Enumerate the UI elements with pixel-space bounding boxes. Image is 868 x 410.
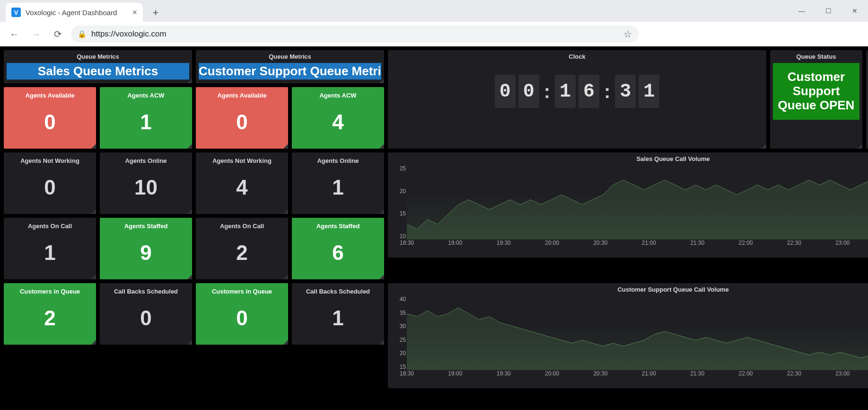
- tab-title: Voxologic - Agent Dashboard: [26, 9, 117, 17]
- chart-panel: Customer Support Queue Call Volume403530…: [388, 283, 868, 388]
- stat-value: 0: [7, 99, 93, 145]
- toolbar: ← → ⟳ 🔒 https://voxologic.com ☆: [0, 22, 868, 46]
- tab-bar: V Voxologic - Agent Dashboard × + — ☐ ✕: [0, 0, 868, 22]
- clock-digit: 0: [518, 75, 539, 108]
- chart-plot: [407, 165, 868, 240]
- favicon-icon: V: [11, 8, 21, 17]
- stat-label: Agents Staffed: [295, 223, 381, 230]
- chart-plot: [407, 296, 868, 370]
- support-queue-header-panel: Queue Metrics Customer Support Queue Met…: [196, 50, 384, 83]
- panel-title: Queue Metrics: [7, 53, 189, 60]
- stat-sales-customers_in_queue: Customers in Queue2: [4, 283, 96, 345]
- stat-sales-agents_on_call: Agents On Call1: [4, 218, 96, 279]
- stat-label: Agents On Call: [7, 223, 93, 230]
- panel-title: Queue Status: [773, 53, 859, 60]
- stat-support-agents_online: Agents Online1: [292, 152, 384, 214]
- clock-panel: Clock 0 0 : 1 6 : 3 1: [388, 50, 766, 149]
- stat-value: 6: [295, 230, 381, 276]
- stat-support-agents_available: Agents Available0: [196, 87, 288, 149]
- y-axis: 25201510: [393, 165, 406, 240]
- stat-sales-call_backs: Call Backs Scheduled0: [100, 283, 192, 345]
- sales-queue-title: Sales Queue Metrics: [7, 63, 189, 80]
- stat-sales-agents_online: Agents Online10: [100, 152, 192, 214]
- new-tab-button[interactable]: +: [148, 5, 164, 21]
- stat-support-customers_in_queue: Customers in Queue0: [196, 283, 288, 345]
- browser-tab[interactable]: V Voxologic - Agent Dashboard ×: [6, 3, 143, 22]
- chart-title: Customer Support Queue Call Volume: [393, 286, 868, 293]
- clock-digit: 0: [495, 75, 516, 108]
- address-bar[interactable]: 🔒 https://voxologic.com ☆: [71, 26, 639, 43]
- y-axis: 403530252015: [393, 296, 406, 370]
- stat-label: Agents Not Working: [199, 157, 285, 164]
- stat-label: Agents ACW: [295, 92, 381, 99]
- stat-value: 1: [103, 99, 189, 145]
- stat-label: Customers in Queue: [199, 288, 285, 295]
- stat-value: 0: [7, 164, 93, 210]
- sales-queue-header-panel: Queue Metrics Sales Queue Metrics: [4, 50, 192, 83]
- minimize-icon[interactable]: —: [789, 0, 815, 22]
- stat-value: 2: [7, 295, 93, 341]
- stat-label: Agents Available: [199, 92, 285, 99]
- stat-support-agents_acw: Agents ACW4: [292, 87, 384, 149]
- clock-digit: 6: [579, 75, 599, 108]
- maximize-icon[interactable]: ☐: [815, 0, 842, 22]
- stat-value: 4: [199, 164, 285, 210]
- stat-value: 1: [295, 164, 381, 210]
- stat-support-agents_staffed: Agents Staffed6: [292, 218, 384, 279]
- stat-value: 1: [7, 230, 93, 276]
- chart-panel: Sales Queue Call Volume2520151018:3019:0…: [388, 152, 868, 258]
- close-window-icon[interactable]: ✕: [842, 0, 868, 22]
- stat-label: Agents Not Working: [7, 157, 93, 164]
- close-tab-icon[interactable]: ×: [132, 8, 137, 18]
- forward-button[interactable]: →: [27, 26, 44, 43]
- svg-marker-1: [407, 308, 868, 370]
- back-button[interactable]: ←: [6, 26, 23, 43]
- support-status-panel: Queue Status Customer Support Queue OPEN: [770, 50, 862, 149]
- support-queue-title: Customer Support Queue Metrics: [199, 63, 381, 80]
- support-queue-status: Customer Support Queue OPEN: [773, 63, 859, 120]
- stat-support-agents_on_call: Agents On Call2: [196, 218, 288, 279]
- stat-sales-agents_available: Agents Available0: [4, 87, 96, 149]
- x-axis: 18:3019:0019:3020:0020:3021:0021:3022:00…: [407, 370, 868, 379]
- stat-label: Agents Online: [103, 157, 189, 164]
- window-controls: — ☐ ✕: [789, 0, 868, 22]
- reload-button[interactable]: ⟳: [49, 26, 66, 43]
- sales-status-panel: Queue Status Sales Queue CLOSED: [866, 50, 868, 149]
- stat-label: Agents Online: [295, 157, 381, 164]
- clock-digit: 1: [639, 75, 659, 108]
- stat-value: 4: [295, 99, 381, 145]
- stat-sales-agents_staffed: Agents Staffed9: [100, 218, 192, 279]
- clock-colon: :: [604, 81, 610, 102]
- x-axis: 18:3019:0019:3020:0020:3021:0021:3022:00…: [407, 240, 868, 248]
- clock-digit: 1: [555, 75, 576, 108]
- stat-value: 0: [199, 295, 285, 341]
- stat-label: Agents On Call: [199, 223, 285, 230]
- stat-label: Agents Staffed: [103, 223, 189, 230]
- stat-label: Customers in Queue: [7, 288, 93, 295]
- stat-label: Agents Available: [7, 92, 93, 99]
- browser-chrome: V Voxologic - Agent Dashboard × + — ☐ ✕ …: [0, 0, 868, 46]
- clock-digit: 3: [615, 75, 636, 108]
- stat-support-agents_not_working: Agents Not Working4: [196, 152, 288, 214]
- panel-title: Queue Metrics: [199, 53, 381, 60]
- chart-title: Sales Queue Call Volume: [393, 155, 868, 162]
- stat-label: Agents ACW: [103, 92, 189, 99]
- panel-title: Clock: [391, 53, 763, 60]
- stat-value: 0: [199, 99, 285, 145]
- svg-marker-0: [407, 175, 868, 239]
- stat-value: 10: [103, 164, 189, 210]
- clock-colon: :: [544, 81, 550, 102]
- stat-support-call_backs: Call Backs Scheduled1: [292, 283, 384, 345]
- stat-label: Call Backs Scheduled: [295, 288, 381, 295]
- bookmark-icon[interactable]: ☆: [623, 28, 632, 40]
- stat-label: Call Backs Scheduled: [103, 288, 189, 295]
- lock-icon: 🔒: [78, 30, 87, 38]
- url-text: https://voxologic.com: [91, 29, 167, 39]
- stat-value: 2: [199, 230, 285, 276]
- stat-sales-agents_acw: Agents ACW1: [100, 87, 192, 149]
- clock-display: 0 0 : 1 6 : 3 1: [391, 63, 763, 120]
- stat-value: 1: [295, 295, 381, 341]
- dashboard: Queue Metrics Sales Queue Metrics Queue …: [0, 46, 868, 410]
- stat-value: 9: [103, 230, 189, 276]
- stat-value: 0: [103, 295, 189, 341]
